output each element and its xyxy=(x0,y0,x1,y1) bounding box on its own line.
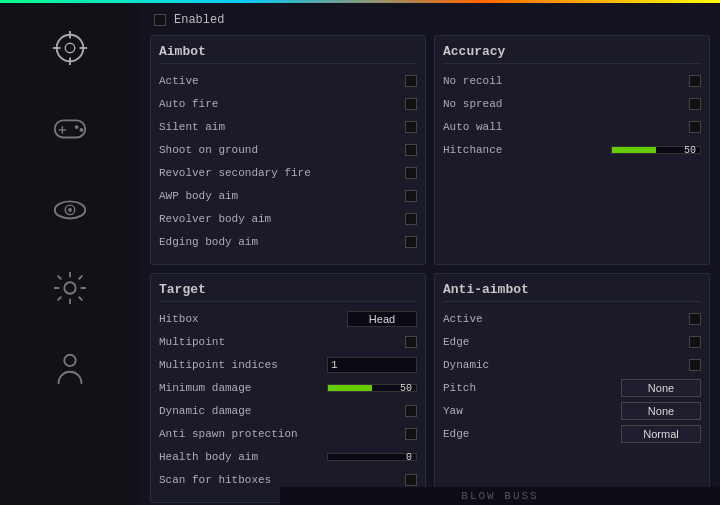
accuracy-nospread-row: No spread xyxy=(443,95,701,113)
accuracy-autowall-label: Auto wall xyxy=(443,121,502,133)
aa-dynamic-row: Dynamic xyxy=(443,356,701,374)
mindamage-value: 50 xyxy=(400,383,412,394)
aimbot-awpbody-row: AWP body aim xyxy=(159,187,417,205)
target-healthbody-label: Health body aim xyxy=(159,451,258,463)
aa-edge-row: Edge xyxy=(443,333,701,351)
aimbot-awpbody-label: AWP body aim xyxy=(159,190,238,202)
main-content: Enabled Aimbot Active Auto fire Silent a… xyxy=(140,3,720,505)
antiaimbot-panel: Anti-aimbot Active Edge Dynamic Pitch No… xyxy=(434,273,710,503)
target-hitbox-label: Hitbox xyxy=(159,313,199,325)
sidebar-icon-player[interactable] xyxy=(45,343,95,393)
aimbot-revolversec-row: Revolver secondary fire xyxy=(159,164,417,182)
accuracy-norecoil-label: No recoil xyxy=(443,75,502,87)
target-mindamage-row: Minimum damage 50 xyxy=(159,379,417,397)
aa-edge-label: Edge xyxy=(443,336,469,348)
aimbot-revolverbody-row: Revolver body aim xyxy=(159,210,417,228)
svg-point-9 xyxy=(75,125,79,129)
aa-edge-cb[interactable] xyxy=(689,336,701,348)
footer-bar: BLOW BUSS xyxy=(280,487,720,505)
aimbot-revolversec-cb[interactable] xyxy=(405,167,417,179)
target-dynamicdmg-label: Dynamic damage xyxy=(159,405,251,417)
aa-dynamic-cb[interactable] xyxy=(689,359,701,371)
target-mpindices-label: Multipoint indices xyxy=(159,359,278,371)
accuracy-title: Accuracy xyxy=(443,44,701,64)
sidebar-icon-config[interactable] xyxy=(45,263,95,313)
accuracy-autowall-cb[interactable] xyxy=(689,121,701,133)
svg-point-10 xyxy=(80,128,84,132)
aa-dynamic-label: Dynamic xyxy=(443,359,489,371)
aa-yaw-label: Yaw xyxy=(443,405,463,417)
svg-point-15 xyxy=(64,355,75,366)
target-mpindices-row: Multipoint indices xyxy=(159,356,417,374)
aa-edge-dropdown[interactable]: Normal xyxy=(621,425,701,443)
enabled-row: Enabled xyxy=(154,13,710,27)
svg-point-1 xyxy=(65,43,75,53)
target-panel: Target Hitbox Head Multipoint Multipoint… xyxy=(150,273,426,503)
target-multipoint-cb[interactable] xyxy=(405,336,417,348)
sidebar-icon-controller[interactable] xyxy=(45,103,95,153)
aimbot-autofire-row: Auto fire xyxy=(159,95,417,113)
target-hitbox-dropdown[interactable]: Head xyxy=(347,311,417,327)
enabled-checkbox[interactable] xyxy=(154,14,166,26)
aimbot-edgingbody-row: Edging body aim xyxy=(159,233,417,251)
aimbot-edgingbody-cb[interactable] xyxy=(405,236,417,248)
aimbot-awpbody-cb[interactable] xyxy=(405,190,417,202)
aimbot-edgingbody-label: Edging body aim xyxy=(159,236,258,248)
aimbot-silentaim-cb[interactable] xyxy=(405,121,417,133)
aa-active-label: Active xyxy=(443,313,483,325)
aimbot-silentaim-label: Silent aim xyxy=(159,121,225,133)
mindamage-fill xyxy=(328,385,372,391)
aimbot-active-row: Active xyxy=(159,72,417,90)
accuracy-norecoil-cb[interactable] xyxy=(689,75,701,87)
aa-pitch-dropdown[interactable]: None xyxy=(621,379,701,397)
aa-edgedropdown-row: Edge Normal xyxy=(443,425,701,443)
aa-active-cb[interactable] xyxy=(689,313,701,325)
hitchance-fill xyxy=(612,147,656,153)
aimbot-revolverbody-cb[interactable] xyxy=(405,213,417,225)
aimbot-autofire-label: Auto fire xyxy=(159,98,218,110)
antiaimbot-title: Anti-aimbot xyxy=(443,282,701,302)
target-hitbox-row: Hitbox Head xyxy=(159,310,417,328)
aimbot-silentaim-row: Silent aim xyxy=(159,118,417,136)
aimbot-revolverbody-label: Revolver body aim xyxy=(159,213,271,225)
aimbot-autofire-cb[interactable] xyxy=(405,98,417,110)
aimbot-shootground-row: Shoot on ground xyxy=(159,141,417,159)
aimbot-shootground-cb[interactable] xyxy=(405,144,417,156)
sidebar-icon-aimbot[interactable] xyxy=(45,23,95,73)
target-multipoint-label: Multipoint xyxy=(159,336,225,348)
footer-text: BLOW BUSS xyxy=(461,490,538,502)
target-mpindices-input[interactable] xyxy=(327,357,417,373)
svg-point-0 xyxy=(57,35,84,62)
accuracy-norecoil-row: No recoil xyxy=(443,72,701,90)
target-healthbody-row: Health body aim 0 xyxy=(159,448,417,466)
hitchance-slider[interactable]: 50 xyxy=(611,146,701,154)
target-antispawn-cb[interactable] xyxy=(405,428,417,440)
accuracy-panel: Accuracy No recoil No spread Auto wall H… xyxy=(434,35,710,265)
panels-grid: Aimbot Active Auto fire Silent aim Shoot… xyxy=(150,35,710,503)
svg-point-14 xyxy=(64,282,75,293)
aa-pitch-row: Pitch None xyxy=(443,379,701,397)
aa-active-row: Active xyxy=(443,310,701,328)
aimbot-shootground-label: Shoot on ground xyxy=(159,144,258,156)
target-scanhitboxes-cb[interactable] xyxy=(405,474,417,486)
aimbot-active-cb[interactable] xyxy=(405,75,417,87)
hitchance-value: 50 xyxy=(684,145,696,156)
accuracy-nospread-cb[interactable] xyxy=(689,98,701,110)
target-dynamicdmg-cb[interactable] xyxy=(405,405,417,417)
mindamage-slider[interactable]: 50 xyxy=(327,384,417,392)
healthbody-slider[interactable]: 0 xyxy=(327,453,417,461)
sidebar xyxy=(0,3,140,505)
target-antispawn-row: Anti spawn protection xyxy=(159,425,417,443)
target-title: Target xyxy=(159,282,417,302)
aimbot-panel: Aimbot Active Auto fire Silent aim Shoot… xyxy=(150,35,426,265)
aa-yaw-row: Yaw None xyxy=(443,402,701,420)
aa-pitch-label: Pitch xyxy=(443,382,476,394)
accuracy-hitchance-row: Hitchance 50 xyxy=(443,141,701,159)
target-dynamicdmg-row: Dynamic damage xyxy=(159,402,417,420)
target-scanhitboxes-label: Scan for hitboxes xyxy=(159,474,271,486)
enabled-label: Enabled xyxy=(174,13,224,27)
target-mindamage-label: Minimum damage xyxy=(159,382,251,394)
aa-yaw-dropdown[interactable]: None xyxy=(621,402,701,420)
sidebar-icon-visuals[interactable] xyxy=(45,183,95,233)
svg-point-13 xyxy=(68,208,72,212)
